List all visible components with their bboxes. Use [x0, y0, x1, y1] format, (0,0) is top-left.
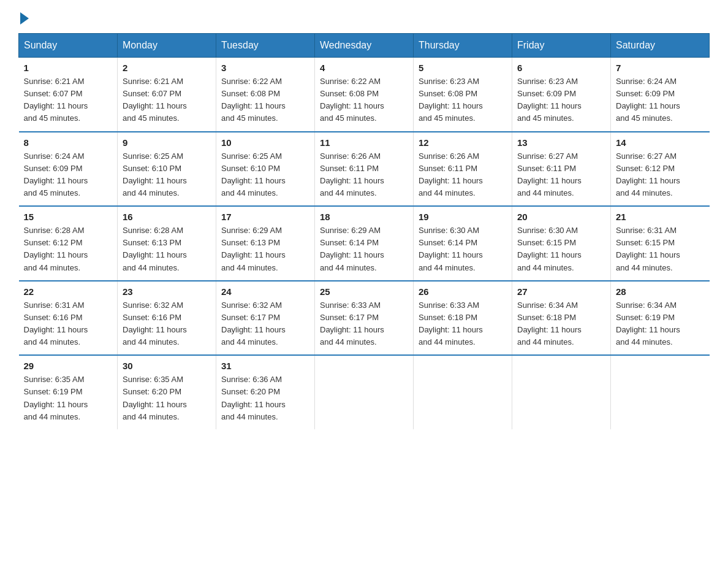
- header-monday: Monday: [118, 34, 216, 58]
- day-number: 5: [419, 63, 507, 73]
- calendar-cell: 17 Sunrise: 6:29 AMSunset: 6:13 PMDaylig…: [216, 206, 315, 281]
- day-number: 8: [24, 137, 113, 148]
- day-info: Sunrise: 6:36 AMSunset: 6:20 PMDaylight:…: [221, 375, 286, 421]
- header-wednesday: Wednesday: [315, 34, 414, 58]
- day-number: 26: [419, 286, 507, 297]
- day-number: 11: [320, 137, 408, 148]
- day-number: 14: [616, 137, 705, 148]
- day-number: 9: [123, 137, 211, 148]
- calendar-cell: 16 Sunrise: 6:28 AMSunset: 6:13 PMDaylig…: [118, 206, 216, 281]
- day-info: Sunrise: 6:26 AMSunset: 6:11 PMDaylight:…: [320, 151, 384, 197]
- day-number: 4: [320, 63, 408, 73]
- day-number: 22: [24, 286, 113, 297]
- day-info: Sunrise: 6:30 AMSunset: 6:15 PMDaylight:…: [517, 226, 582, 272]
- day-number: 17: [221, 212, 309, 222]
- day-info: Sunrise: 6:28 AMSunset: 6:13 PMDaylight:…: [123, 226, 187, 272]
- day-info: Sunrise: 6:23 AMSunset: 6:09 PMDaylight:…: [517, 77, 582, 123]
- day-number: 1: [24, 63, 113, 73]
- calendar-cell: 20 Sunrise: 6:30 AMSunset: 6:15 PMDaylig…: [512, 206, 611, 281]
- day-info: Sunrise: 6:29 AMSunset: 6:14 PMDaylight:…: [320, 226, 384, 272]
- day-info: Sunrise: 6:34 AMSunset: 6:19 PMDaylight:…: [616, 301, 680, 347]
- calendar-cell: 30 Sunrise: 6:35 AMSunset: 6:20 PMDaylig…: [118, 355, 216, 429]
- day-info: Sunrise: 6:31 AMSunset: 6:16 PMDaylight:…: [24, 301, 88, 347]
- calendar-cell: 13 Sunrise: 6:27 AMSunset: 6:11 PMDaylig…: [512, 132, 611, 207]
- calendar-cell: [512, 355, 611, 429]
- calendar-cell: 4 Sunrise: 6:22 AMSunset: 6:08 PMDayligh…: [315, 58, 414, 132]
- day-number: 23: [123, 286, 211, 297]
- header-sunday: Sunday: [19, 34, 118, 58]
- day-info: Sunrise: 6:22 AMSunset: 6:08 PMDaylight:…: [320, 77, 384, 123]
- calendar-week-row: 1 Sunrise: 6:21 AMSunset: 6:07 PMDayligh…: [19, 58, 710, 132]
- calendar-week-row: 15 Sunrise: 6:28 AMSunset: 6:12 PMDaylig…: [19, 206, 710, 281]
- calendar-week-row: 8 Sunrise: 6:24 AMSunset: 6:09 PMDayligh…: [19, 132, 710, 207]
- day-info: Sunrise: 6:27 AMSunset: 6:11 PMDaylight:…: [517, 151, 582, 197]
- calendar-header-row: SundayMondayTuesdayWednesdayThursdayFrid…: [19, 34, 710, 58]
- calendar-week-row: 22 Sunrise: 6:31 AMSunset: 6:16 PMDaylig…: [19, 281, 710, 356]
- header-thursday: Thursday: [414, 34, 512, 58]
- calendar-cell: 31 Sunrise: 6:36 AMSunset: 6:20 PMDaylig…: [216, 355, 315, 429]
- day-info: Sunrise: 6:33 AMSunset: 6:17 PMDaylight:…: [320, 301, 384, 347]
- day-number: 15: [24, 212, 113, 222]
- calendar-week-row: 29 Sunrise: 6:35 AMSunset: 6:19 PMDaylig…: [19, 355, 710, 429]
- day-info: Sunrise: 6:30 AMSunset: 6:14 PMDaylight:…: [419, 226, 483, 272]
- calendar-cell: 2 Sunrise: 6:21 AMSunset: 6:07 PMDayligh…: [118, 58, 216, 132]
- day-number: 19: [419, 212, 507, 222]
- header-tuesday: Tuesday: [216, 34, 315, 58]
- day-info: Sunrise: 6:34 AMSunset: 6:18 PMDaylight:…: [517, 301, 582, 347]
- calendar-cell: 25 Sunrise: 6:33 AMSunset: 6:17 PMDaylig…: [315, 281, 414, 356]
- calendar-cell: 15 Sunrise: 6:28 AMSunset: 6:12 PMDaylig…: [19, 206, 118, 281]
- calendar-cell: 10 Sunrise: 6:25 AMSunset: 6:10 PMDaylig…: [216, 132, 315, 207]
- day-number: 18: [320, 212, 408, 222]
- day-info: Sunrise: 6:25 AMSunset: 6:10 PMDaylight:…: [123, 151, 187, 197]
- calendar-cell: 26 Sunrise: 6:33 AMSunset: 6:18 PMDaylig…: [414, 281, 512, 356]
- calendar-cell: 24 Sunrise: 6:32 AMSunset: 6:17 PMDaylig…: [216, 281, 315, 356]
- day-info: Sunrise: 6:35 AMSunset: 6:20 PMDaylight:…: [123, 375, 187, 421]
- calendar-cell: 19 Sunrise: 6:30 AMSunset: 6:14 PMDaylig…: [414, 206, 512, 281]
- day-info: Sunrise: 6:32 AMSunset: 6:17 PMDaylight:…: [221, 301, 286, 347]
- calendar-cell: 28 Sunrise: 6:34 AMSunset: 6:19 PMDaylig…: [611, 281, 710, 356]
- header-friday: Friday: [512, 34, 611, 58]
- day-info: Sunrise: 6:29 AMSunset: 6:13 PMDaylight:…: [221, 226, 286, 272]
- day-info: Sunrise: 6:26 AMSunset: 6:11 PMDaylight:…: [419, 151, 483, 197]
- calendar-cell: 11 Sunrise: 6:26 AMSunset: 6:11 PMDaylig…: [315, 132, 414, 207]
- calendar-cell: 12 Sunrise: 6:26 AMSunset: 6:11 PMDaylig…: [414, 132, 512, 207]
- day-number: 7: [616, 63, 705, 73]
- day-info: Sunrise: 6:35 AMSunset: 6:19 PMDaylight:…: [24, 375, 88, 421]
- calendar-cell: 21 Sunrise: 6:31 AMSunset: 6:15 PMDaylig…: [611, 206, 710, 281]
- day-info: Sunrise: 6:22 AMSunset: 6:08 PMDaylight:…: [221, 77, 286, 123]
- day-number: 2: [123, 63, 211, 73]
- calendar-cell: 8 Sunrise: 6:24 AMSunset: 6:09 PMDayligh…: [19, 132, 118, 207]
- calendar-cell: 5 Sunrise: 6:23 AMSunset: 6:08 PMDayligh…: [414, 58, 512, 132]
- calendar-cell: 18 Sunrise: 6:29 AMSunset: 6:14 PMDaylig…: [315, 206, 414, 281]
- day-info: Sunrise: 6:23 AMSunset: 6:08 PMDaylight:…: [419, 77, 483, 123]
- calendar-cell: 22 Sunrise: 6:31 AMSunset: 6:16 PMDaylig…: [19, 281, 118, 356]
- day-number: 30: [123, 361, 211, 371]
- day-number: 10: [221, 137, 309, 148]
- day-number: 24: [221, 286, 309, 297]
- calendar-table: SundayMondayTuesdayWednesdayThursdayFrid…: [18, 33, 710, 429]
- day-info: Sunrise: 6:24 AMSunset: 6:09 PMDaylight:…: [24, 151, 88, 197]
- day-info: Sunrise: 6:25 AMSunset: 6:10 PMDaylight:…: [221, 151, 286, 197]
- day-number: 6: [517, 63, 605, 73]
- day-number: 13: [517, 137, 605, 148]
- calendar-cell: 7 Sunrise: 6:24 AMSunset: 6:09 PMDayligh…: [611, 58, 710, 132]
- day-info: Sunrise: 6:21 AMSunset: 6:07 PMDaylight:…: [24, 77, 88, 123]
- calendar-cell: 3 Sunrise: 6:22 AMSunset: 6:08 PMDayligh…: [216, 58, 315, 132]
- day-info: Sunrise: 6:33 AMSunset: 6:18 PMDaylight:…: [419, 301, 483, 347]
- logo-arrow-icon: [20, 12, 29, 25]
- header-saturday: Saturday: [611, 34, 710, 58]
- day-number: 28: [616, 286, 705, 297]
- day-number: 25: [320, 286, 408, 297]
- calendar-cell: 6 Sunrise: 6:23 AMSunset: 6:09 PMDayligh…: [512, 58, 611, 132]
- day-number: 16: [123, 212, 211, 222]
- day-number: 31: [221, 361, 309, 371]
- logo: [18, 12, 29, 22]
- calendar-cell: [611, 355, 710, 429]
- calendar-cell: 23 Sunrise: 6:32 AMSunset: 6:16 PMDaylig…: [118, 281, 216, 356]
- day-number: 3: [221, 63, 309, 73]
- day-info: Sunrise: 6:27 AMSunset: 6:12 PMDaylight:…: [616, 151, 680, 197]
- day-info: Sunrise: 6:31 AMSunset: 6:15 PMDaylight:…: [616, 226, 680, 272]
- day-info: Sunrise: 6:21 AMSunset: 6:07 PMDaylight:…: [123, 77, 187, 123]
- page-header: [18, 12, 710, 22]
- calendar-cell: 14 Sunrise: 6:27 AMSunset: 6:12 PMDaylig…: [611, 132, 710, 207]
